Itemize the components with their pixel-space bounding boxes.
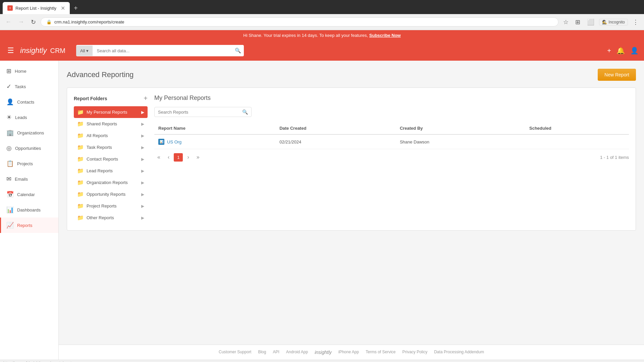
tab-close-button[interactable]: ✕ [61, 5, 65, 11]
prev-page-button[interactable]: ‹ [165, 153, 172, 162]
folder-arrow-all: ▶ [141, 133, 144, 138]
folder-item-my-personal[interactable]: 📁 My Personal Reports ▶ [74, 106, 148, 118]
sidebar-item-emails[interactable]: ✉ Emails [0, 171, 58, 187]
sidebar-item-opportunities[interactable]: ◎ Opportunities [0, 140, 58, 156]
forward-button[interactable]: → [16, 17, 26, 27]
search-submit-button[interactable]: 🔍 [232, 45, 244, 56]
folder-item-shared[interactable]: 📁 Shared Reports ▶ [74, 118, 148, 130]
reports-search-bar: 🔍 [154, 107, 252, 117]
sidebar-item-calendar[interactable]: 📅 Calendar [0, 187, 58, 202]
footer-blog[interactable]: Blog [258, 350, 266, 355]
search-all-label: All [80, 48, 85, 53]
sidebar-item-dashboards[interactable]: 📊 Dashboards [0, 202, 58, 218]
back-button[interactable]: ← [3, 17, 13, 27]
folders-add-button[interactable]: + [144, 95, 148, 102]
new-report-button[interactable]: New Report [598, 69, 636, 81]
folder-arrow-opportunity: ▶ [141, 192, 144, 197]
crm-label: CRM [50, 47, 65, 55]
page-title: Advanced Reporting [67, 70, 133, 79]
hamburger-button[interactable]: ☰ [5, 44, 16, 57]
cell-report-name: 📊 US Org [154, 134, 275, 149]
folder-arrow-task: ▶ [141, 145, 144, 150]
folder-arrow-lead: ▶ [141, 169, 144, 173]
folder-arrow-organization: ▶ [141, 180, 144, 185]
sidebar-item-reports[interactable]: 📈 Reports [0, 218, 58, 233]
reload-button[interactable]: ↻ [29, 17, 38, 27]
incognito-icon: 🕵 [602, 20, 607, 24]
folder-item-all[interactable]: 📁 All Reports ▶ [74, 130, 148, 141]
status-bar: https://crm.na1.insightly.com/reports/cr… [0, 360, 644, 362]
folder-item-opportunity[interactable]: 📁 Opportunity Reports ▶ [74, 188, 148, 200]
dashboards-icon: 📊 [6, 206, 14, 214]
sidebar-item-home[interactable]: ⊞ Home [0, 63, 58, 79]
subscribe-link[interactable]: Subscribe Now [369, 33, 401, 38]
folder-label-contact: Contact Reports [87, 157, 139, 162]
current-page-button[interactable]: 1 [174, 153, 183, 162]
table-row: 📊 US Org 02/21/2024 Shane Dawson [154, 134, 629, 149]
table-header: Report Name Date Created Created By Sche… [154, 122, 629, 134]
folder-icon-opportunity: 📁 [77, 191, 84, 197]
browser-controls: ← → ↻ 🔒 crm.na1.insightly.com/reports/cr… [0, 14, 644, 30]
notifications-button[interactable]: 🔔 [616, 47, 625, 55]
content-area: Advanced Reporting New Report Report Fol… [59, 61, 644, 345]
folder-item-project[interactable]: 📁 Project Reports ▶ [74, 200, 148, 212]
calendar-icon: 📅 [6, 191, 14, 198]
next-page-button[interactable]: › [184, 153, 192, 162]
extensions-button[interactable]: ⊞ [573, 17, 582, 27]
folder-arrow-project: ▶ [141, 204, 144, 208]
folder-icon-other: 📁 [77, 215, 84, 221]
footer-customer-support[interactable]: Customer Support [219, 350, 251, 355]
footer-terms[interactable]: Terms of Service [366, 350, 395, 355]
folder-item-organization[interactable]: 📁 Organization Reports ▶ [74, 177, 148, 188]
folder-icon-project: 📁 [77, 203, 84, 209]
lock-icon: 🔒 [46, 19, 52, 24]
sidebar-item-projects[interactable]: 📋 Projects [0, 156, 58, 171]
folder-item-task[interactable]: 📁 Task Reports ▶ [74, 141, 148, 153]
add-button[interactable]: + [607, 47, 611, 55]
bookmark-button[interactable]: ☆ [561, 17, 571, 27]
sidebar-item-leads[interactable]: ☀ Leads [0, 110, 58, 125]
global-search-input[interactable] [93, 46, 232, 56]
footer-android-app[interactable]: Android App [286, 350, 308, 355]
folder-icon-my-personal: 📁 [77, 109, 84, 115]
footer-privacy[interactable]: Privacy Policy [402, 350, 428, 355]
folder-item-other[interactable]: 📁 Other Reports ▶ [74, 212, 148, 224]
report-link[interactable]: 📊 US Org [158, 139, 271, 145]
folder-icon-organization: 📁 [77, 179, 84, 186]
address-bar[interactable]: 🔒 crm.na1.insightly.com/reports/create [41, 17, 558, 26]
folder-item-lead[interactable]: 📁 Lead Reports ▶ [74, 165, 148, 177]
folder-label-opportunity: Opportunity Reports [87, 192, 139, 197]
report-name-text: US Org [167, 139, 181, 144]
user-menu-button[interactable]: 👤 [630, 47, 639, 55]
search-all-dropdown[interactable]: All ▾ [76, 46, 93, 56]
reports-search-input[interactable] [158, 110, 239, 115]
browser-chrome: I Report List - Insightly ✕ + ← → ↻ 🔒 cr… [0, 0, 644, 30]
folder-arrow-contact: ▶ [141, 157, 144, 162]
col-scheduled: Scheduled [525, 122, 629, 134]
folder-item-contact[interactable]: 📁 Contact Reports ▶ [74, 153, 148, 165]
browser-actions: ☆ ⊞ ⬜ 🕵 Incognito ⋮ [561, 17, 641, 27]
layout-button[interactable]: ⬜ [585, 17, 596, 27]
folder-icon-task: 📁 [77, 144, 84, 150]
report-content-area: Report Folders + 📁 My Personal Reports ▶… [67, 87, 636, 231]
sidebar-item-tasks[interactable]: ✓ Tasks [0, 79, 58, 94]
browser-menu-button[interactable]: ⋮ [631, 17, 641, 27]
first-page-button[interactable]: « [154, 153, 163, 162]
sidebar-label-leads: Leads [15, 115, 27, 120]
footer-data-processing[interactable]: Data Processing Addendum [434, 350, 484, 355]
footer: Customer Support Blog API Android App in… [59, 345, 644, 360]
new-report-label: New Report [604, 72, 629, 77]
folder-label-organization: Organization Reports [87, 180, 139, 185]
active-tab[interactable]: I Report List - Insightly ✕ [3, 2, 70, 14]
app-body: ⊞ Home ✓ Tasks 👤 Contacts ☀ Leads 🏢 Orga… [0, 61, 644, 360]
sidebar-label-calendar: Calendar [17, 192, 35, 197]
last-page-button[interactable]: » [194, 153, 203, 162]
footer-api[interactable]: API [273, 350, 279, 355]
search-dropdown-arrow: ▾ [86, 48, 89, 53]
sidebar-item-contacts[interactable]: 👤 Contacts [0, 94, 58, 110]
pagination: « ‹ 1 › » 1 - 1 of 1 items [154, 149, 629, 165]
sidebar-item-organizations[interactable]: 🏢 Organizations [0, 125, 58, 140]
new-tab-button[interactable]: + [71, 3, 80, 13]
sidebar-label-opportunities: Opportunities [15, 146, 41, 151]
footer-iphone-app[interactable]: iPhone App [338, 350, 359, 355]
